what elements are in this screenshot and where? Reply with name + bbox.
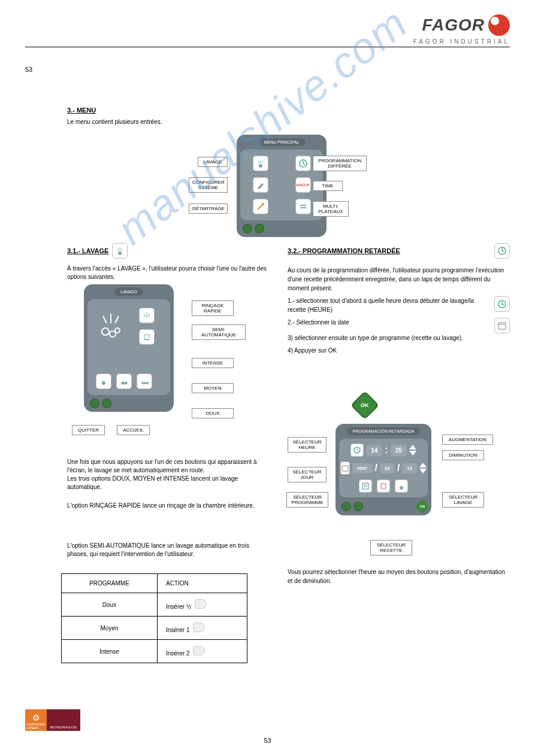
- minute-field[interactable]: 25: [391, 445, 407, 456]
- back-button[interactable]: [243, 224, 252, 233]
- section-3-2: 3.2.- PROGRAMMATION RETARDÉE Au cours de…: [288, 243, 510, 359]
- section-3-2-heading-text: 3.2.- PROGRAMMATION RETARDÉE: [288, 247, 400, 254]
- menu-descale-icon[interactable]: [253, 199, 268, 214]
- wash-hero-icon: [97, 311, 125, 339]
- svg-point-12: [125, 382, 128, 385]
- wash-icon: [112, 243, 128, 259]
- section-3-title: 3.- MENU: [67, 107, 96, 114]
- svg-point-8: [115, 328, 120, 333]
- footer-logos: GIZATASUNA LANEAN MONDRAGON: [25, 709, 80, 731]
- footer-logo-mondragon: MONDRAGON: [47, 709, 80, 731]
- callout-diminution: DIMINUTION: [442, 450, 484, 460]
- table-header-action: ACTION: [158, 574, 247, 593]
- year-field[interactable]: 2007: [352, 463, 373, 473]
- section-3-2-after-text: Vous pourrez sélectionner l'heure au moy…: [288, 567, 510, 585]
- menu-haccp-icon[interactable]: HACCP: [295, 177, 311, 193]
- svg-rect-9: [144, 335, 149, 339]
- date-decrement-button[interactable]: [419, 469, 427, 473]
- section-3-2-intro: Au cours de la programmation différée, l…: [288, 266, 510, 293]
- callout-augmentation: AUGMENTATION: [442, 435, 493, 445]
- svg-point-5: [118, 251, 122, 255]
- table-action-text: Insérer 1: [166, 627, 189, 633]
- home-button[interactable]: [255, 224, 264, 233]
- svg-rect-18: [498, 323, 506, 329]
- menu-multitray-icon[interactable]: [295, 199, 311, 214]
- decrement-button[interactable]: [409, 451, 416, 456]
- table-row: Moyen Insérer 1: [62, 617, 247, 640]
- calendar-icon: [494, 318, 510, 333]
- callout-quitter: QUITTER: [72, 425, 105, 435]
- section-3-1: 3.1.- LAVAGE À travers l'accès « LAVAGE …: [67, 243, 271, 281]
- increment-button[interactable]: [409, 445, 416, 450]
- table-cell-prog: Doux: [62, 593, 158, 617]
- ok-button-large[interactable]: OK: [350, 391, 379, 420]
- program-table: PROGRAMME ACTION Doux Insérer ½ Moyen In…: [61, 573, 247, 663]
- semi-auto-button[interactable]: [139, 329, 155, 345]
- date-sep: /: [397, 463, 400, 473]
- callout-intense: INTENSE: [192, 358, 234, 368]
- callout-sel-recette: SÉLECTEUR RECETTE: [370, 540, 412, 555]
- table-action-text: Insérer ½: [166, 603, 191, 610]
- wash-panel-title: LAVADO: [114, 288, 143, 296]
- svg-point-10: [102, 381, 105, 385]
- ok-small-label: OK: [420, 505, 425, 508]
- quick-rinse-button[interactable]: [139, 308, 155, 323]
- callout-lavage: LAVAGE: [198, 157, 228, 167]
- program-selector-button[interactable]: [359, 479, 372, 493]
- intense-wash-button[interactable]: [137, 374, 152, 389]
- section-3-2-step1: 1.- sélectionner tout d'abord à quelle h…: [288, 296, 510, 314]
- svg-point-15: [146, 382, 149, 384]
- menu-config-icon[interactable]: [253, 177, 268, 193]
- delayed-ok-button[interactable]: OK: [415, 499, 430, 514]
- month-field[interactable]: 02: [380, 463, 395, 473]
- recipe-selector-button[interactable]: [377, 479, 390, 493]
- section-3-2-step3: 3) sélectionner ensuite un type de progr…: [288, 333, 510, 342]
- callout-sel-heure: SÉLECTEUR HEURE: [288, 437, 327, 453]
- wash-selector-button[interactable]: [395, 479, 408, 493]
- date-sep: /: [375, 463, 377, 473]
- section-3-2-step2: 2.- Sélectionner la date: [288, 318, 510, 327]
- table-action-text: Insérer 2: [166, 650, 189, 657]
- hour-field[interactable]: 14: [366, 445, 382, 456]
- wash-back-button[interactable]: [90, 399, 99, 408]
- svg-point-25: [400, 486, 403, 490]
- menu-wash-icon[interactable]: [253, 156, 268, 171]
- time-separator: :: [385, 445, 388, 456]
- callout-multi-plateaux: MULTI-PLATEAUX: [313, 201, 349, 217]
- wash-home-button[interactable]: [102, 399, 111, 408]
- delayed-back-button[interactable]: [341, 502, 351, 511]
- date-increment-button[interactable]: [419, 463, 427, 467]
- table-header-row: PROGRAMME ACTION: [62, 574, 247, 593]
- delayed-home-button[interactable]: [353, 502, 363, 511]
- page-number-top: 53: [25, 66, 32, 73]
- step2-text: 2.- Sélectionner la date: [288, 319, 349, 326]
- callout-config: CONFIGURER SYSÈME: [189, 177, 228, 193]
- section-3-subtitle: Le menu contient plusieurs entrées.: [67, 119, 162, 125]
- delayed-prog-panel: PROGRAMACIÓN RETARDADA 14 : 25 2007 / 02…: [335, 424, 431, 515]
- section-3-1-semi-text: L'option SEMI-AUTOMATIQUE lance un lavag…: [67, 542, 271, 558]
- section-3-1-rincage-text: L'option RINÇAGE RAPIDE lance un rinçage…: [67, 502, 255, 510]
- svg-point-11: [122, 382, 125, 385]
- table-cell-prog: Intense: [62, 640, 158, 663]
- menu-delayed-prog-icon[interactable]: [295, 156, 311, 171]
- section-3-1-intro: À travers l'accès « LAVAGE », l'utilisat…: [67, 265, 271, 281]
- table-cell-action: Insérer 2: [158, 640, 247, 663]
- callout-accueil: ACCUEIL: [117, 425, 150, 435]
- callout-semi-auto: SEMI-AUTOMATIQUE: [192, 324, 246, 340]
- svg-point-14: [144, 382, 146, 384]
- callout-prog-text: PROGRAMMATION DIFFÉRÉE: [318, 158, 361, 169]
- svg-rect-3: [300, 205, 306, 206]
- svg-point-13: [141, 382, 144, 384]
- soft-wash-button[interactable]: [96, 374, 111, 389]
- svg-point-7: [110, 331, 116, 337]
- wash-panel: LAVADO: [84, 284, 174, 412]
- day-field[interactable]: 12: [402, 463, 417, 473]
- callout-moyen: MOYEN: [192, 383, 234, 393]
- svg-point-0: [259, 164, 262, 168]
- main-menu-title: MENU PRINCIPAL: [258, 138, 306, 146]
- medium-wash-button[interactable]: [116, 374, 132, 389]
- table-header-programme: PROGRAMME: [62, 574, 158, 593]
- cup-icon: [193, 646, 205, 655]
- hour-selector-icon[interactable]: [350, 444, 364, 457]
- date-selector-icon[interactable]: [340, 462, 350, 475]
